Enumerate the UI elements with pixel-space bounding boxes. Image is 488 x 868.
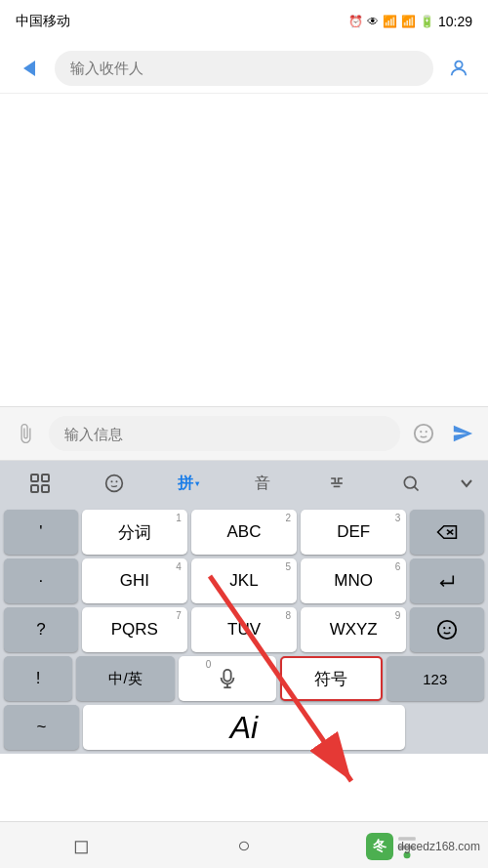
key-exclaim[interactable]: ! [4,656,72,701]
grid-icon [30,474,50,493]
key-wxyz-label: WXYZ [330,620,378,640]
key-2-number: 2 [286,513,292,523]
search-toolbar-btn[interactable] [375,466,447,501]
watermark-icon-text: 冬 [373,838,386,855]
key-dot[interactable]: · [4,558,78,603]
key-zhong-ying-label: 中/英 [108,670,142,688]
eye-icon: 👁 [367,15,379,28]
key-jkl[interactable]: 5 JKL [191,558,297,603]
emoji-toolbar-btn[interactable] [78,466,150,501]
keyboard-row-1: ' 1 分词 2 ABC 3 DEF [4,510,484,555]
key-backspace[interactable] [410,510,484,555]
keyboard-toolbar: 拼▾ 音 [0,461,488,506]
key-5-number: 5 [286,561,292,572]
watermark: 冬 dgcedz168.com [366,833,480,860]
grid-toolbar-btn[interactable] [4,466,76,501]
key-fenchi-label: 分词 [118,521,151,544]
emoji-toolbar-icon [104,474,124,493]
nav-back-btn[interactable]: ◻ [57,828,105,863]
status-icons: ⏰ 👁 📶 📶 🔋 10:29 [348,14,472,29]
nav-home-btn[interactable]: ○ [220,828,268,863]
key-jkl-label: JKL [229,571,258,591]
key-9-number: 9 [395,610,401,621]
pinyin-toolbar-btn[interactable]: 拼▾ [152,466,224,501]
key-emoji-icon [436,619,458,641]
key-pqrs[interactable]: 7 PQRS [82,607,187,652]
key-123[interactable]: 123 [386,656,484,701]
emoji-icon [413,423,434,444]
key-1-number: 1 [176,513,182,523]
key-7-number: 7 [176,610,182,621]
emoji-button[interactable] [408,418,439,449]
keyboard-row-4: ! 中/英 0 符号 123 [4,656,484,701]
svg-rect-7 [42,485,49,492]
send-button[interactable] [447,418,478,449]
svg-rect-4 [31,475,38,481]
key-6-number: 6 [395,561,401,572]
key-emoji[interactable] [410,607,484,652]
contact-button[interactable] [441,51,476,86]
svg-line-14 [414,486,418,490]
handwrite-toolbar-btn[interactable] [301,466,373,501]
svg-point-19 [449,627,451,629]
backspace-icon [436,523,458,541]
message-area [0,94,488,406]
signal-icon: 📶 [401,15,416,28]
key-abc-label: ABC [227,522,262,542]
send-icon [452,423,473,444]
toolbar-chevron-btn[interactable] [449,466,484,501]
recipient-input[interactable] [55,51,433,86]
key-123-label: 123 [423,671,447,687]
key-ai-display[interactable]: Ai [83,705,405,750]
nav-back-icon: ◻ [73,834,90,857]
back-arrow-icon [23,61,35,76]
key-tilde[interactable]: ~ [4,705,79,750]
svg-point-1 [415,425,432,442]
key-tilde-label: ~ [37,718,47,737]
key-tuv[interactable]: 8 TUV [191,607,297,652]
yin-toolbar-btn[interactable]: 音 [226,466,299,501]
keyboard: ' 1 分词 2 ABC 3 DEF · 4 GH [0,506,488,754]
message-input[interactable] [49,416,400,451]
keyboard-row-2: · 4 GHI 5 JKL 6 MNO [4,558,484,603]
key-zhong-ying[interactable]: 中/英 [76,656,174,701]
key-abc[interactable]: 2 ABC [191,510,297,555]
key-8-number: 8 [286,610,292,621]
svg-rect-20 [224,670,230,682]
key-apostrophe-label: ' [39,522,42,542]
key-def[interactable]: 3 DEF [301,510,406,555]
key-3-number: 3 [395,513,401,523]
key-apostrophe[interactable]: ' [4,510,78,555]
attach-button[interactable] [10,418,41,449]
key-ghi[interactable]: 4 GHI [82,558,187,603]
key-question-label: ? [36,620,45,640]
key-4-number: 4 [176,561,182,572]
svg-point-10 [116,480,118,482]
svg-point-8 [106,475,123,492]
key-fenchi[interactable]: 1 分词 [82,510,187,555]
back-button[interactable] [12,51,47,86]
attach-icon [15,423,36,444]
svg-point-17 [438,621,456,639]
keyboard-row-5: ~ Ai [4,705,484,750]
status-bar: 中国移动 ⏰ 👁 📶 📶 🔋 10:29 [0,0,488,43]
battery-icon: 🔋 [420,15,434,28]
svg-rect-6 [31,485,38,492]
key-enter[interactable] [410,558,484,603]
ai-text-label: Ai [230,710,258,746]
nav-home-icon: ○ [237,833,250,858]
svg-point-3 [426,431,427,433]
enter-icon [436,572,458,590]
key-wxyz[interactable]: 9 WXYZ [301,607,406,652]
key-dot-label: · [39,571,44,591]
key-mno[interactable]: 6 MNO [301,558,406,603]
watermark-icon: 冬 [366,833,393,860]
svg-point-2 [420,431,422,433]
key-question[interactable]: ? [4,607,78,652]
top-nav [0,43,488,94]
key-fuhu[interactable]: 符号 [280,656,382,701]
key-mic[interactable]: 0 [179,656,276,701]
svg-rect-5 [42,475,49,481]
key-exclaim-label: ! [36,669,41,688]
svg-point-13 [404,476,416,488]
